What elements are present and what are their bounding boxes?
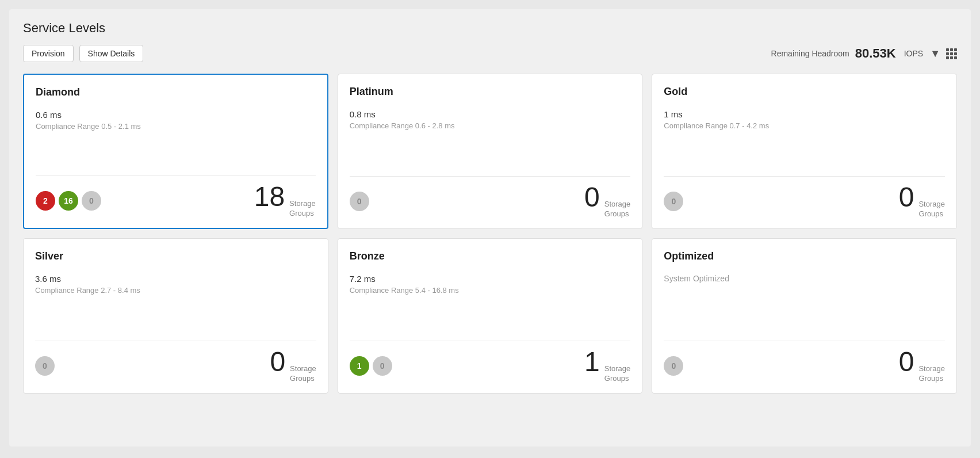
storage-count: 0 StorageGroups: [899, 348, 945, 384]
card-footer: 0 0 StorageGroups: [350, 184, 631, 219]
card-ms: 7.2 ms: [350, 274, 631, 284]
cards-grid: Diamond 0.6 ms Compliance Range 0.5 - 2.…: [23, 74, 957, 394]
storage-label: StorageGroups: [604, 200, 631, 219]
toolbar-left: Provision Show Details: [23, 45, 143, 62]
card-divider: [350, 176, 631, 177]
show-details-button[interactable]: Show Details: [79, 45, 144, 62]
storage-number: 0: [899, 348, 914, 376]
badges: 10: [350, 356, 392, 376]
storage-count: 18 StorageGroups: [254, 183, 316, 219]
storage-number: 0: [899, 184, 914, 211]
card-bronze[interactable]: Bronze 7.2 ms Compliance Range 5.4 - 16.…: [338, 238, 643, 394]
card-range: Compliance Range 0.5 - 2.1 ms: [36, 122, 316, 131]
card-title: Silver: [35, 250, 316, 262]
card-optimized[interactable]: Optimized System Optimized 0 0 StorageGr…: [652, 238, 957, 394]
card-range: Compliance Range 0.7 - 4.2 ms: [664, 121, 945, 130]
card-range: Compliance Range 2.7 - 8.4 ms: [35, 286, 316, 295]
card-gold[interactable]: Gold 1 ms Compliance Range 0.7 - 4.2 ms …: [652, 74, 957, 229]
card-title: Optimized: [664, 250, 945, 262]
storage-label: StorageGroups: [918, 200, 945, 219]
badges: 2160: [36, 191, 101, 211]
page-wrapper: Service Levels Provision Show Details Re…: [9, 9, 971, 446]
storage-number: 18: [254, 183, 285, 211]
page-title: Service Levels: [23, 21, 957, 36]
card-divider: [350, 341, 631, 341]
card-divider: [35, 341, 316, 341]
badge-gray: 0: [82, 191, 101, 211]
system-optimized: System Optimized: [664, 274, 945, 283]
badge-gray: 0: [373, 356, 392, 376]
grid-view-icon[interactable]: [946, 48, 957, 59]
toolbar-right: Remaining Headroom 80.53K IOPS ▼: [771, 46, 957, 61]
badge-green: 1: [350, 356, 369, 376]
card-diamond[interactable]: Diamond 0.6 ms Compliance Range 0.5 - 2.…: [23, 74, 328, 229]
card-ms: 0.6 ms: [36, 110, 316, 120]
card-range: Compliance Range 5.4 - 16.8 ms: [350, 286, 631, 295]
badges: 0: [664, 192, 683, 211]
storage-count: 0 StorageGroups: [899, 184, 945, 219]
badge-gray: 0: [350, 192, 369, 211]
card-title: Diamond: [36, 86, 316, 98]
headroom-dropdown[interactable]: ▼: [930, 48, 940, 60]
storage-number: 0: [270, 348, 285, 376]
card-platinum[interactable]: Platinum 0.8 ms Compliance Range 0.6 - 2…: [338, 74, 643, 229]
badges: 0: [35, 356, 55, 376]
toolbar: Provision Show Details Remaining Headroo…: [23, 45, 957, 62]
storage-number: 0: [584, 184, 600, 211]
card-divider: [36, 175, 316, 176]
provision-button[interactable]: Provision: [23, 45, 74, 62]
storage-label: StorageGroups: [290, 364, 316, 384]
storage-number: 1: [584, 348, 600, 376]
card-footer: 0 0 StorageGroups: [35, 348, 316, 384]
storage-count: 1 StorageGroups: [584, 348, 630, 384]
card-ms: 0.8 ms: [350, 109, 631, 119]
card-ms: 3.6 ms: [35, 274, 316, 284]
storage-label: StorageGroups: [604, 364, 631, 384]
badge-green: 16: [59, 191, 78, 211]
card-title: Platinum: [350, 86, 631, 98]
storage-count: 0 StorageGroups: [584, 184, 630, 219]
card-silver[interactable]: Silver 3.6 ms Compliance Range 2.7 - 8.4…: [23, 238, 328, 394]
badge-gray: 0: [664, 356, 683, 376]
headroom-unit: IOPS: [904, 49, 923, 58]
card-divider: [664, 176, 945, 177]
card-ms: 1 ms: [664, 109, 945, 119]
headroom-value: 80.53K: [855, 46, 896, 61]
card-footer: 0 0 StorageGroups: [664, 348, 945, 384]
storage-count: 0 StorageGroups: [270, 348, 316, 384]
badges: 0: [350, 192, 369, 211]
storage-label: StorageGroups: [918, 364, 945, 384]
card-title: Gold: [664, 86, 945, 98]
badges: 0: [664, 356, 683, 376]
card-divider: [664, 341, 945, 341]
headroom-label: Remaining Headroom: [771, 49, 849, 58]
badge-red: 2: [36, 191, 55, 211]
card-range: Compliance Range 0.6 - 2.8 ms: [350, 121, 631, 130]
badge-gray: 0: [664, 192, 683, 211]
badge-gray: 0: [35, 356, 55, 376]
card-title: Bronze: [350, 250, 631, 262]
card-footer: 2160 18 StorageGroups: [36, 183, 316, 219]
storage-label: StorageGroups: [289, 199, 316, 219]
card-footer: 0 0 StorageGroups: [664, 184, 945, 219]
card-footer: 10 1 StorageGroups: [350, 348, 631, 384]
